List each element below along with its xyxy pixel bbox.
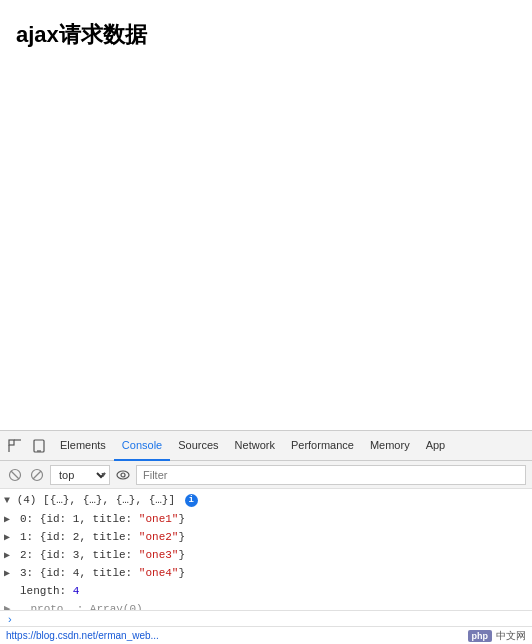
svg-rect-0 (9, 440, 14, 445)
svg-point-9 (117, 471, 129, 479)
devtools-tab-bar: Elements Console Sources Network Perform… (0, 431, 532, 461)
php-badge: php (468, 630, 493, 642)
console-item-2[interactable]: ▶ 2: {id: 3, title: "one3"} (0, 546, 532, 564)
svg-line-8 (33, 471, 41, 479)
svg-rect-3 (34, 440, 44, 452)
tab-memory[interactable]: Memory (362, 431, 418, 461)
device-toolbar-icon[interactable] (28, 433, 50, 459)
filter-input[interactable] (136, 465, 526, 485)
main-page: ajax请求数据 (0, 0, 532, 430)
php-badge-container: php 中文网 (468, 629, 527, 643)
console-item-0[interactable]: ▶ 0: {id: 1, title: "one1"} (0, 510, 532, 528)
devtools-panel: Elements Console Sources Network Perform… (0, 430, 532, 644)
tab-performance[interactable]: Performance (283, 431, 362, 461)
prompt-arrow: › (8, 613, 12, 625)
context-select-wrapper[interactable]: top (50, 465, 110, 485)
eye-icon[interactable] (114, 466, 132, 484)
info-icon: i (185, 494, 198, 507)
block-icon[interactable] (28, 466, 46, 484)
svg-point-10 (121, 473, 125, 477)
tab-sources[interactable]: Sources (170, 431, 226, 461)
site-label: 中文网 (496, 629, 526, 643)
array-label: (4) [{…}, {…}, {…}, {…}] (17, 494, 175, 506)
bottom-bar: https://blog.csdn.net/erman_web... php 中… (0, 626, 532, 644)
console-length: length: 4 (0, 582, 532, 600)
page-heading: ajax请求数据 (16, 20, 516, 50)
devtools-toolbar: top (0, 461, 532, 489)
console-item-1[interactable]: ▶ 1: {id: 2, title: "one2"} (0, 528, 532, 546)
svg-line-6 (11, 471, 19, 479)
url-text: https://blog.csdn.net/erman_web... (6, 630, 159, 641)
console-array-root[interactable]: ▼ (4) [{…}, {…}, {…}, {…}] i (0, 491, 532, 510)
tab-app[interactable]: App (418, 431, 454, 461)
tab-network[interactable]: Network (227, 431, 283, 461)
console-item-3[interactable]: ▶ 3: {id: 4, title: "one4"} (0, 564, 532, 582)
clear-console-icon[interactable] (6, 466, 24, 484)
tab-console[interactable]: Console (114, 431, 170, 461)
console-prompt[interactable]: › (0, 610, 532, 626)
inspect-element-icon[interactable] (4, 433, 26, 459)
tab-elements[interactable]: Elements (52, 431, 114, 461)
context-select[interactable]: top (50, 465, 110, 485)
